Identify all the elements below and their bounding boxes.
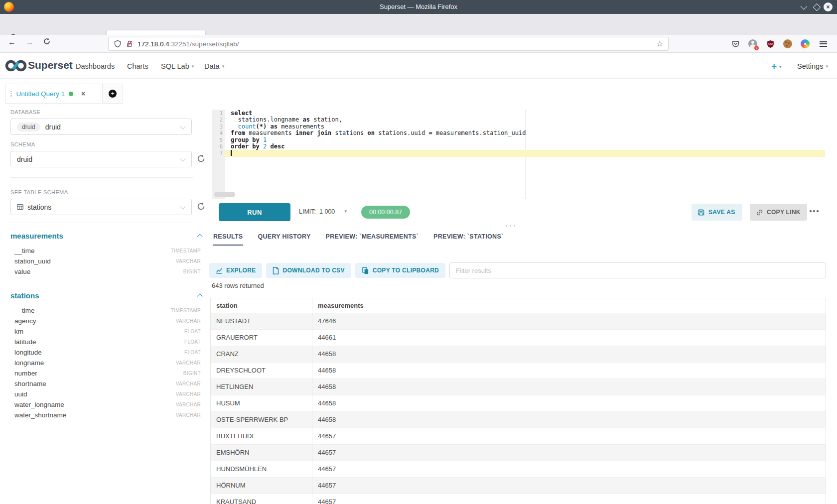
table-schema-select[interactable]: stations xyxy=(10,199,192,215)
table-row[interactable]: HUSUM44658 xyxy=(211,395,826,412)
sql-token xyxy=(231,123,238,130)
brand-name[interactable]: Superset xyxy=(28,59,73,71)
code-line[interactable]: group by 1 xyxy=(225,137,825,143)
table-row[interactable]: DREYSCHLOOT44658 xyxy=(211,363,826,379)
back-button[interactable]: ← xyxy=(8,38,16,47)
nav-link-charts[interactable]: Charts xyxy=(127,62,148,70)
gutter-line-number: 7 xyxy=(212,150,225,156)
table-row[interactable]: OSTE-SPERRWERK BP44658 xyxy=(211,412,826,428)
code-line[interactable]: select xyxy=(225,110,825,117)
refresh-schema-button[interactable] xyxy=(196,154,206,164)
code-line[interactable] xyxy=(225,150,825,156)
nav-link-sql-lab[interactable]: SQL Lab▾ xyxy=(161,62,194,70)
table-group-header[interactable]: measurements xyxy=(10,229,201,242)
column-row[interactable]: uuidVARCHAR xyxy=(10,389,201,399)
ublock-icon[interactable]: UO xyxy=(765,39,775,49)
table-row[interactable]: HETLINGEN44658 xyxy=(211,379,826,395)
pocket-icon[interactable] xyxy=(730,39,740,49)
bookmark-star-icon[interactable]: ☆ xyxy=(657,39,663,48)
column-row[interactable]: water_longnameVARCHAR xyxy=(10,399,201,410)
code-line[interactable]: stations.longname as station, xyxy=(225,117,825,123)
editor-hscrollbar-thumb[interactable] xyxy=(214,192,235,197)
query-tab-close-icon[interactable]: × xyxy=(81,90,85,98)
code-line[interactable]: count(*) as measurements xyxy=(225,124,825,130)
download-csv-button[interactable]: DOWNLOAD TO CSV xyxy=(266,263,351,278)
tab-results[interactable]: RESULTS xyxy=(213,233,243,246)
more-options-icon[interactable] xyxy=(810,210,819,212)
table-row[interactable]: NEUSTADT47646 xyxy=(211,313,826,330)
tab-preview-stations[interactable]: PREVIEW: `STATIONS` xyxy=(433,233,503,246)
copy-clipboard-button[interactable]: COPY TO CLIPBOARD xyxy=(355,263,445,278)
database-select[interactable]: druid druid xyxy=(10,119,192,135)
table-row[interactable]: HUNDSMÜHLEN44657 xyxy=(211,461,826,478)
window-maximize-button[interactable] xyxy=(814,2,820,11)
menu-icon[interactable] xyxy=(818,39,828,49)
tab-query-history[interactable]: QUERY HISTORY xyxy=(258,233,311,246)
results-table[interactable]: station measurements NEUSTADT47646GRAUER… xyxy=(210,298,826,504)
column-name: __time xyxy=(14,307,35,314)
schema-select[interactable]: druid xyxy=(10,151,192,167)
caret-down-icon: ▾ xyxy=(222,64,225,69)
code-line[interactable]: order by 2 desc xyxy=(225,143,825,150)
lock-disabled-icon[interactable] xyxy=(126,40,134,48)
cell-measurements: 44658 xyxy=(312,412,826,428)
tab-preview-measurements[interactable]: PREVIEW: `MEASUREMENTS` xyxy=(326,233,419,246)
column-row[interactable]: valueBIGINT xyxy=(10,266,201,277)
nav-link-dashboards[interactable]: Dashboards xyxy=(76,62,115,70)
table-row[interactable]: CRANZ44658 xyxy=(211,346,826,363)
column-row[interactable]: __timeTIMESTAMP xyxy=(10,246,201,256)
table-group-header[interactable]: stations xyxy=(10,289,201,302)
column-row[interactable]: longitudeFLOAT xyxy=(10,347,201,358)
sql-token: = xyxy=(428,129,432,136)
save-as-button[interactable]: SAVE AS xyxy=(692,204,742,221)
sql-editor[interactable]: 1234567 select stations.longname as stat… xyxy=(212,110,825,199)
caret-down-icon: ▾ xyxy=(192,64,194,69)
refresh-tables-button[interactable] xyxy=(196,202,206,212)
nav-link-data[interactable]: Data▾ xyxy=(204,62,224,70)
add-new-button[interactable]: +▾ xyxy=(771,61,782,72)
column-row[interactable]: shortnameVARCHAR xyxy=(10,378,201,389)
table-row[interactable]: GRAUERORT44661 xyxy=(211,330,826,346)
settings-menu[interactable]: Settings▾ xyxy=(797,62,828,70)
column-row[interactable]: numberBIGINT xyxy=(10,368,201,378)
column-row[interactable]: station_uuidVARCHAR xyxy=(10,256,201,266)
column-row[interactable]: latitudeFLOAT xyxy=(10,337,201,347)
run-button[interactable]: RUN xyxy=(219,203,290,221)
editor-code[interactable]: select stations.longname as station, cou… xyxy=(225,110,825,199)
forward-button[interactable]: → xyxy=(26,38,34,47)
url-bar[interactable]: 172.18.0.4:32251/superset/sqllab/ ☆ xyxy=(108,37,669,51)
column-row[interactable]: water_shortnameVARCHAR xyxy=(10,410,201,420)
column-row[interactable]: agencyVARCHAR xyxy=(10,316,201,326)
account-extension-icon[interactable] xyxy=(748,39,758,49)
chevron-up-icon[interactable] xyxy=(197,293,202,299)
column-row[interactable]: longnameVARCHAR xyxy=(10,358,201,368)
add-query-tab-button[interactable]: + xyxy=(102,84,123,104)
column-header-measurements[interactable]: measurements xyxy=(312,298,826,313)
star-extension-icon[interactable] xyxy=(800,39,810,49)
pane-resize-handle[interactable] xyxy=(506,225,515,227)
copy-link-button[interactable]: COPY LINK xyxy=(750,204,807,221)
cell-station: CRANZ xyxy=(211,346,312,362)
filter-results-input[interactable] xyxy=(449,262,826,278)
table-row[interactable]: EMSHÖRN44657 xyxy=(211,445,826,461)
column-row[interactable]: kmFLOAT xyxy=(10,326,201,337)
window-minimize-button[interactable] xyxy=(801,2,806,11)
reload-button[interactable] xyxy=(43,37,51,45)
table-row[interactable]: KRAUTSAND44657 xyxy=(211,494,826,504)
limit-dropdown[interactable]: LIMIT: 1 000 ▼ xyxy=(299,208,348,215)
shield-icon[interactable] xyxy=(114,40,122,48)
drag-handle-icon[interactable] xyxy=(10,91,12,97)
column-header-station[interactable]: station xyxy=(211,298,312,313)
query-tab[interactable]: Untitled Query 1 × xyxy=(5,84,101,104)
column-row[interactable]: __timeTIMESTAMP xyxy=(10,305,201,316)
chevron-up-icon[interactable] xyxy=(197,234,202,239)
cookie-extension-icon[interactable] xyxy=(783,39,793,49)
rows-returned-text: 643 rows returned xyxy=(212,282,264,289)
code-line[interactable]: from measurements inner join stations on… xyxy=(225,130,825,136)
window-titlebar: Superset — Mozilla Firefox × xyxy=(0,0,837,14)
table-row[interactable]: HÖRNUM44657 xyxy=(211,478,826,494)
results-table-body: NEUSTADT47646GRAUERORT44661CRANZ44658DRE… xyxy=(211,313,826,504)
window-close-button[interactable]: × xyxy=(824,2,833,11)
table-row[interactable]: BUXTEHUDE44657 xyxy=(211,428,826,445)
explore-button[interactable]: EXPLORE xyxy=(209,263,262,278)
